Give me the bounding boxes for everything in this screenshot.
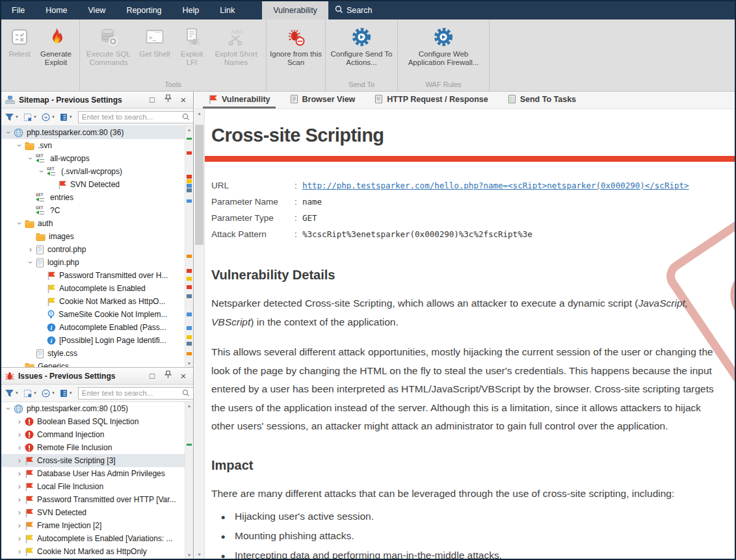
issues-search-input[interactable] <box>82 389 182 397</box>
issues-tree-item[interactable]: › <box>1 558 185 559</box>
sitemap-tree-item[interactable]: ›GET(.svn/all-wcprops) <box>1 165 185 178</box>
issues-expand-button[interactable]: ▼ <box>40 388 57 399</box>
chevron-down-icon[interactable]: › <box>27 258 34 267</box>
sitemap-scrollbar-ruler[interactable]: ▲▼ <box>185 126 193 367</box>
scroll-down-icon[interactable]: ▼ <box>185 361 193 366</box>
issues-select-button[interactable]: ▼ <box>22 388 38 399</box>
close-icon[interactable]: × <box>177 368 189 384</box>
menu-item-view[interactable]: View <box>78 1 116 19</box>
issues-tree-item[interactable]: ›Cross-site Scripting [3] <box>1 454 185 467</box>
generate-exploit-button[interactable]: Generate Exploit <box>35 21 77 80</box>
sitemap-view-button[interactable]: ▼ <box>59 112 74 123</box>
menu-item-help[interactable]: Help <box>172 1 210 19</box>
sitemap-tree-item[interactable]: ›GET?C <box>1 204 185 217</box>
scroll-down-icon[interactable]: ▼ <box>194 552 204 557</box>
sitemap-filter-button[interactable]: ▼ <box>4 112 20 123</box>
issues-tree-item[interactable]: ›Password Transmitted over HTTP [Var... <box>1 493 185 506</box>
issues-tree-item[interactable]: ›Command Injection <box>1 428 185 441</box>
issues-panel-header: Issues - Previous Settings□× <box>1 368 193 385</box>
chevron-right-icon[interactable]: › <box>15 509 24 516</box>
menu-search[interactable]: Search <box>328 1 379 19</box>
issues-tree-item[interactable]: ›Remote File Inclusion <box>1 441 185 454</box>
configure-web-application-firewall-button[interactable]: Configure Web Application Firewall... <box>401 21 486 80</box>
pin-icon[interactable] <box>162 92 174 108</box>
chevron-right-icon[interactable]: › <box>15 431 24 439</box>
scroll-up-icon[interactable]: ▲ <box>185 403 193 408</box>
sitemap-tree-item[interactable]: ›SVN Detected <box>1 178 185 191</box>
tree-item-label: [Possible] Login Page Identifi... <box>59 336 166 345</box>
chevron-right-icon[interactable]: › <box>15 548 24 555</box>
sitemap-tree-item[interactable]: ›Cookie Not Marked as HttpO... <box>1 295 185 308</box>
tree-item-label: control.php <box>47 245 86 254</box>
maximize-icon[interactable]: □ <box>146 368 158 384</box>
chevron-right-icon[interactable]: › <box>15 483 24 490</box>
chevron-right-icon[interactable]: › <box>15 470 24 477</box>
chevron-down-icon[interactable]: › <box>38 167 46 176</box>
issues-tree-item[interactable]: ›php.testsparker.com:80 (105) <box>1 402 185 415</box>
sitemap-tree-item[interactable]: ›Generics <box>1 360 185 367</box>
folder-icon <box>25 363 34 368</box>
menu-item-file[interactable]: File <box>1 1 35 19</box>
menu-item-link[interactable]: Link <box>209 1 245 19</box>
chevron-right-icon[interactable]: › <box>15 496 24 503</box>
field-value-link[interactable]: http://php.testsparker.com/hello.php?nam… <box>302 181 689 190</box>
chevron-down-icon[interactable]: › <box>16 141 23 150</box>
menu-item-home[interactable]: Home <box>35 1 77 19</box>
issues-tree-item[interactable]: ›Autocomplete is Enabled [Variations: ..… <box>1 532 185 545</box>
sitemap-tree-item[interactable]: ›control.php <box>1 243 185 256</box>
sitemap-tree-item[interactable]: ›login.php <box>1 256 185 269</box>
issues-tree-item[interactable]: ›Frame Injection [2] <box>1 519 185 532</box>
issues-scrollbar-ruler[interactable]: ▲▼ <box>185 402 193 559</box>
scroll-up-icon[interactable]: ▲ <box>194 111 204 116</box>
content-scrollbar[interactable]: ▲ ▼ <box>194 109 205 559</box>
chevron-down-icon[interactable]: › <box>5 128 12 137</box>
chevron-down-icon[interactable]: › <box>5 404 12 413</box>
chevron-down-icon[interactable]: › <box>27 154 34 163</box>
sitemap-tree-item[interactable]: ›GETentries <box>1 191 185 204</box>
sitemap-expand-button[interactable]: ▼ <box>40 112 57 123</box>
ignore-from-this-scan-button[interactable]: Ignore from this Scan <box>269 21 322 80</box>
close-icon[interactable]: × <box>177 92 189 108</box>
issues-tree-item[interactable]: ›Boolean Based SQL Injection <box>1 415 185 428</box>
tab-http-request-response[interactable]: HTTP Request / Response <box>369 92 493 108</box>
sitemap-tree-item[interactable]: ›images <box>1 230 185 243</box>
issues-tree-item[interactable]: ›SVN Detected <box>1 506 185 519</box>
chevron-right-icon[interactable]: › <box>15 444 24 452</box>
issues-tree-item[interactable]: ›Local File Inclusion <box>1 480 185 493</box>
sitemap-tree-item[interactable]: ›iAutocomplete Enabled (Pass... <box>1 321 185 334</box>
issues-view-button[interactable]: ▼ <box>59 388 74 399</box>
tab-send-to-tasks[interactable]: Send To Tasks <box>503 92 581 108</box>
issues-tree-item[interactable]: ›Database User Has Admin Privileges <box>1 467 185 480</box>
chevron-right-icon[interactable]: › <box>15 535 24 542</box>
scrollbar-thumb[interactable] <box>195 125 204 245</box>
sitemap-tree-item[interactable]: ›style.css <box>1 347 185 360</box>
scroll-down-icon[interactable]: ▼ <box>185 553 193 557</box>
pin-icon[interactable] <box>162 368 174 384</box>
configure-send-to-actions-button[interactable]: Configure Send To Actions... <box>328 21 395 80</box>
menu-item-reporting[interactable]: Reporting <box>116 1 172 19</box>
sitemap-tree-item[interactable]: ›Autocomplete is Enabled <box>1 282 185 295</box>
sitemap-tree-item[interactable]: ›SameSite Cookie Not Implem... <box>1 308 185 321</box>
sitemap-tree-item[interactable]: ›auth <box>1 217 185 230</box>
tab-vulnerability[interactable]: Vulnerability <box>203 92 276 108</box>
sitemap-tree-item[interactable]: ›GETall-wcprops <box>1 152 185 165</box>
menu-item-vulnerability[interactable]: Vulnerability <box>262 1 328 19</box>
issues-filter-button[interactable]: ▼ <box>4 388 20 399</box>
scroll-up-icon[interactable]: ▲ <box>185 127 193 132</box>
maximize-icon[interactable]: □ <box>146 92 158 108</box>
chevron-right-icon[interactable]: › <box>15 457 24 465</box>
sitemap-select-button[interactable]: ▼ <box>22 112 38 123</box>
sitemap-tree-item[interactable]: ›i[Possible] Login Page Identifi... <box>1 334 185 347</box>
tab-browser-view[interactable]: Browser View <box>285 92 361 108</box>
sitemap-search-input[interactable] <box>82 113 182 121</box>
issues-search-box[interactable] <box>78 387 193 400</box>
issues-tree-item[interactable]: ›Cookie Not Marked as HttpOnly <box>1 545 185 558</box>
chevron-right-icon[interactable]: › <box>15 522 24 529</box>
chevron-down-icon[interactable]: › <box>16 219 23 228</box>
sitemap-tree-item[interactable]: ›php.testsparker.com:80 (36) <box>1 126 185 139</box>
sitemap-tree-item[interactable]: ›.svn <box>1 139 185 152</box>
chevron-right-icon[interactable]: › <box>26 246 35 253</box>
sitemap-search-box[interactable] <box>78 111 193 123</box>
sitemap-tree-item[interactable]: ›Password Transmitted over H... <box>1 269 185 282</box>
chevron-right-icon[interactable]: › <box>15 418 24 426</box>
